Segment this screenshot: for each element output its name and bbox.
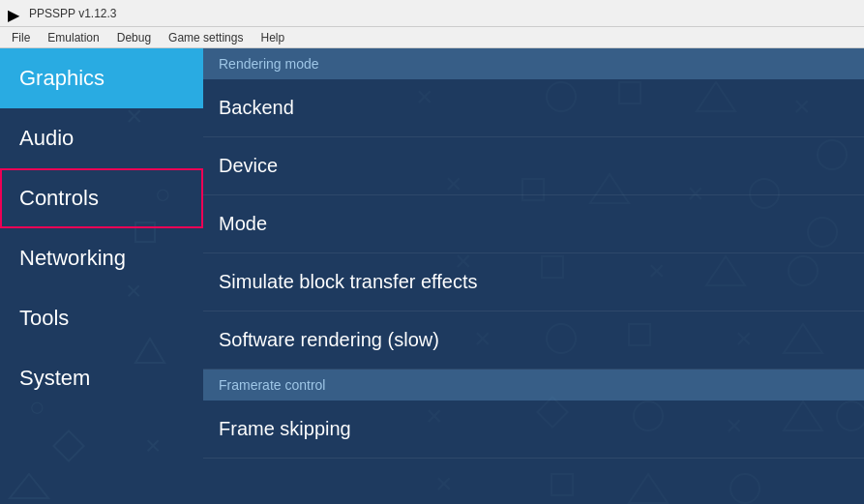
svg-text:×: × <box>435 467 453 499</box>
content-item-device[interactable]: Device <box>203 137 864 195</box>
section-header-rendering: Rendering mode <box>203 48 864 79</box>
menu-debug[interactable]: Debug <box>109 29 159 46</box>
main-layout: × ○ × ○ × Graphics Audio Controls Networ… <box>0 48 864 504</box>
content-area: × × × × × × × × × × <box>203 48 864 504</box>
svg-point-40 <box>730 474 760 503</box>
svg-text:×: × <box>145 430 161 460</box>
sidebar-item-networking[interactable]: Networking <box>0 228 203 288</box>
content-item-backend[interactable]: Backend <box>203 79 864 137</box>
sidebar: × ○ × ○ × Graphics Audio Controls Networ… <box>0 48 203 504</box>
menu-bar: File Emulation Debug Game settings Help <box>0 27 864 48</box>
menu-emulation[interactable]: Emulation <box>40 29 106 46</box>
app-icon: ▶ <box>8 6 23 21</box>
content-item-software-rendering[interactable]: Software rendering (slow) <box>203 311 864 370</box>
svg-rect-38 <box>551 474 573 495</box>
sidebar-item-tools[interactable]: Tools <box>0 288 203 348</box>
content-item-simulate-block[interactable]: Simulate block transfer effects <box>203 253 864 311</box>
svg-rect-6 <box>53 430 83 460</box>
content-item-frame-skipping[interactable]: Frame skipping <box>203 400 864 459</box>
menu-file[interactable]: File <box>4 29 38 46</box>
title-bar-text: PPSSPP v1.12.3 <box>29 7 117 20</box>
sidebar-item-audio[interactable]: Audio <box>0 108 203 168</box>
svg-marker-39 <box>629 474 668 503</box>
svg-marker-8 <box>10 474 48 498</box>
title-bar: ▶ PPSSPP v1.12.3 <box>0 0 864 27</box>
menu-help[interactable]: Help <box>253 29 292 46</box>
sidebar-item-system[interactable]: System <box>0 348 203 408</box>
content-item-mode[interactable]: Mode <box>203 195 864 253</box>
menu-game-settings[interactable]: Game settings <box>161 29 251 46</box>
sidebar-item-graphics[interactable]: Graphics <box>0 48 203 108</box>
section-header-framerate: Framerate control <box>203 370 864 400</box>
sidebar-item-controls[interactable]: Controls <box>0 168 203 228</box>
